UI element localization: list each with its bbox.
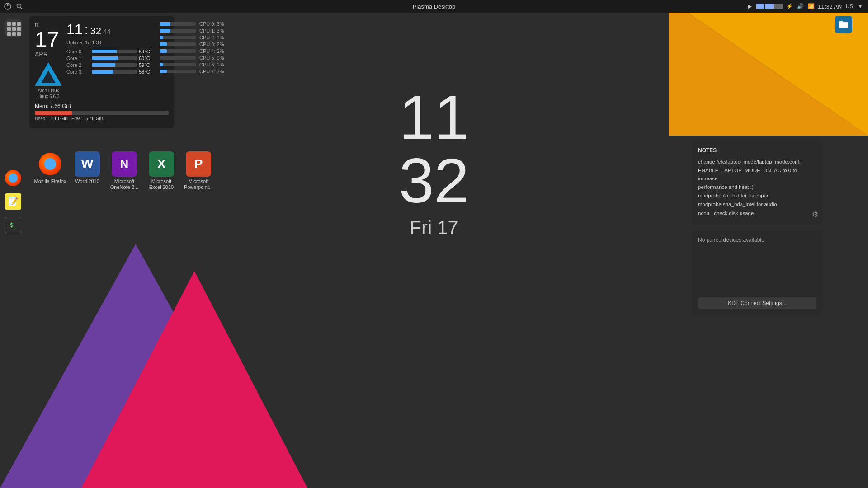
- cpu-bar-bg: [160, 22, 196, 26]
- notes-line: ENABLE_LAPTOP_MODE_ON_AC to 0 to increas…: [698, 167, 816, 183]
- mem-used-value: 2.18 GiB: [50, 116, 68, 121]
- firefox-globe: [9, 174, 18, 183]
- cpu-usage: CPU 0: 3% CPU 1: 3% CPU 2: 1% CPU 3: 2% …: [160, 21, 236, 74]
- notes-line: modprobe i2c_hid for touchpad: [698, 192, 816, 200]
- svg-rect-4: [839, 23, 848, 28]
- battery-seg-3: [774, 4, 783, 9]
- media-play-icon[interactable]: ▶: [745, 2, 754, 10]
- cpu-usage-label: CPU 2: 1%: [199, 35, 236, 40]
- time-colon: :: [85, 21, 89, 38]
- search-icon[interactable]: [15, 2, 24, 10]
- plasma-logo-icon[interactable]: [4, 2, 12, 10]
- arch-os-label: Arch LinuxLinux 5.6.3: [38, 88, 60, 99]
- cpu-usage-label: CPU 4: 2%: [199, 48, 236, 54]
- mem-bar-bg: [35, 111, 169, 115]
- notes-line: change /etc/laptop_mode/laptop_mode.conf…: [698, 158, 816, 166]
- volume-icon[interactable]: 🔊: [796, 2, 804, 10]
- firefox-shortcut-icon: [38, 151, 63, 177]
- svg-point-1: [7, 4, 9, 6]
- cores-temps: Core 0: 59°C Core 1: 60°C Core 2: 59°C C…: [66, 49, 155, 75]
- clock-widget: 11 32 Fri 17: [399, 86, 469, 239]
- network-icon[interactable]: 📶: [807, 2, 815, 10]
- firefox-globe-inner: [44, 158, 56, 170]
- no-devices-label: No paired devices available: [698, 237, 816, 243]
- firefox-icon: [5, 170, 21, 186]
- firefox-label: Mozilla Firefox: [34, 178, 66, 184]
- grid-dot: [17, 27, 21, 31]
- cpu-bar-fill: [160, 70, 167, 73]
- shortcut-firefox[interactable]: Mozilla Firefox: [34, 151, 66, 190]
- day-name: fri: [35, 21, 62, 28]
- grid-dot: [17, 22, 21, 26]
- core-bar-bg: [92, 50, 137, 53]
- file-manager-icon[interactable]: [835, 16, 852, 33]
- core-temp-value: 59°C: [139, 62, 155, 68]
- cpu-bar-fill: [160, 22, 170, 26]
- core-label: Core 3:: [66, 69, 90, 75]
- arch-triangle-container: [35, 62, 62, 86]
- dropdown-icon[interactable]: ▾: [856, 2, 864, 10]
- cpu-bar-bg: [160, 29, 196, 33]
- mem-total-label: Mem: 7.66 GiB: [35, 103, 71, 109]
- shortcut-excel[interactable]: X Microsoft Excel 2010: [145, 151, 178, 190]
- grid-dot: [12, 27, 16, 31]
- notes-line: ncdu - check disk usage: [698, 210, 816, 217]
- mem-details: Used: 2.18 GiB Free: 5.48 GiB: [35, 116, 169, 121]
- cpu-usage-label: CPU 7: 2%: [199, 69, 236, 74]
- shortcut-ppt[interactable]: P Microsoft Powerpoint...: [182, 151, 215, 190]
- mem-free-value: 5.48 GiB: [85, 116, 103, 121]
- clock-minutes: 32: [399, 149, 469, 212]
- dock-apps-button[interactable]: [2, 17, 24, 39]
- memory-section: Mem: 7.66 GiB Used: 2.18 GiB Free: 5.48 …: [35, 103, 169, 121]
- dock-notes[interactable]: 📝: [2, 191, 24, 212]
- battery-seg-1: [756, 4, 764, 9]
- system-monitor-widget: fri 17 APR Arch LinuxLinux 5.6.3 11 : 32…: [29, 16, 174, 128]
- kde-settings-button[interactable]: KDE Connect Settings...: [698, 297, 816, 309]
- core-bar-bg: [92, 63, 137, 67]
- word-label: Word 2010: [75, 178, 99, 184]
- cpu-usage-row: CPU 1: 3%: [160, 28, 236, 33]
- core-bar-bg: [92, 56, 137, 60]
- cpu-bar-bg: [160, 36, 196, 39]
- dock-firefox[interactable]: [2, 167, 24, 189]
- arch-logo: Arch LinuxLinux 5.6.3: [35, 62, 62, 99]
- notes-gear-icon[interactable]: ⚙: [812, 209, 818, 220]
- day-number: 17: [35, 29, 62, 51]
- dock-terminal[interactable]: $_: [2, 214, 24, 236]
- grid-dot: [7, 22, 11, 26]
- cpu-usage-label: CPU 1: 3%: [199, 28, 236, 33]
- core-temp-row: Core 0: 59°C: [66, 49, 155, 54]
- time-minutes: 32: [90, 25, 101, 37]
- core-bar-bg: [92, 70, 137, 74]
- cpu-bar-fill: [160, 49, 167, 53]
- cpu-usage-row: CPU 4: 2%: [160, 48, 236, 54]
- onenote-label: Microsoft OneNote 2...: [108, 178, 141, 190]
- notes-line: performance and heat :): [698, 183, 816, 191]
- cpu-usage-row: CPU 3: 2%: [160, 42, 236, 47]
- core-temp-value: 60°C: [139, 56, 155, 61]
- battery-indicator: [756, 4, 783, 9]
- kde-connect-widget: No paired devices available KDE Connect …: [692, 230, 823, 315]
- power-icon[interactable]: ⚡: [785, 2, 793, 10]
- shortcut-word[interactable]: W Word 2010: [71, 151, 104, 190]
- cpu-usage-row: CPU 2: 1%: [160, 35, 236, 40]
- locale-icon[interactable]: US: [845, 2, 854, 10]
- ppt-icon: P: [186, 151, 211, 177]
- cpu-usage-row: CPU 0: 3%: [160, 21, 236, 27]
- month-label: APR: [35, 51, 62, 58]
- cpu-bar-bg: [160, 42, 196, 46]
- shortcut-onenote[interactable]: N Microsoft OneNote 2...: [108, 151, 141, 190]
- notes-icon: 📝: [5, 193, 21, 210]
- cpu-bar-fill: [160, 29, 170, 33]
- arch-triangle-inner: [41, 70, 56, 83]
- cpu-usage-label: CPU 0: 3%: [199, 21, 236, 27]
- cpu-usage-label: CPU 5: 0%: [199, 55, 236, 61]
- uptime-label: Uptime: 1d 1:34: [66, 40, 155, 45]
- excel-icon: X: [149, 151, 174, 177]
- ppt-label: Microsoft Powerpoint...: [182, 178, 215, 190]
- core-temp-value: 59°C: [139, 49, 155, 54]
- cpu-bar-bg: [160, 70, 196, 73]
- grid-dot: [17, 32, 21, 36]
- taskbar-right: ▶ ⚡ 🔊 📶 11:32 AM US ▾: [745, 2, 864, 10]
- battery-seg-2: [765, 4, 774, 9]
